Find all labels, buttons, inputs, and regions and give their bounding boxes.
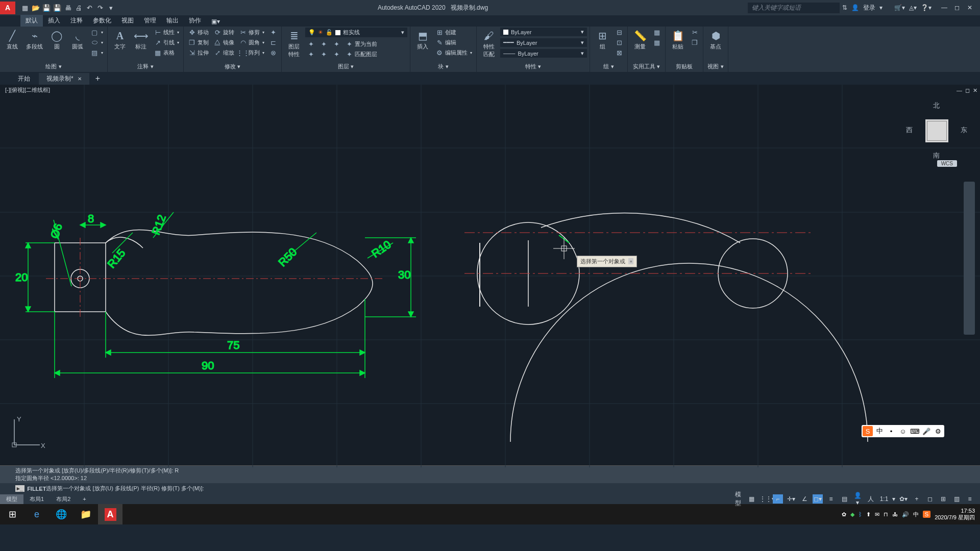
insert-block-button[interactable]: ⬒插入	[413, 28, 432, 52]
tray-volume-icon[interactable]: 🔊	[902, 511, 909, 518]
wcs-badge[interactable]: WCS	[937, 160, 957, 167]
ime-lang-button[interactable]: 中	[874, 426, 885, 436]
offset-icon[interactable]: ⊏	[267, 38, 279, 47]
ungroup-icon[interactable]: ⊟	[614, 28, 625, 37]
close-icon[interactable]: ✕	[78, 76, 82, 82]
tray-icon[interactable]: ⬆	[866, 511, 871, 518]
layer-dropdown[interactable]: 💡☀🔓粗实线▾	[305, 28, 407, 37]
layout-tab-add[interactable]: +	[77, 495, 92, 503]
arc-button[interactable]: ◟圆弧	[68, 28, 87, 52]
ime-widget[interactable]: S 中 • ☺ ⌨ 🎤 ⚙	[862, 425, 944, 437]
restore-button[interactable]: ◻	[952, 4, 962, 11]
create-block-button[interactable]: ⊞创建	[434, 28, 474, 37]
close-button[interactable]: ✕	[965, 4, 975, 11]
file-tab-start[interactable]: 开始	[10, 73, 38, 85]
ime-mic-icon[interactable]: 🎤	[921, 426, 932, 436]
cut-icon[interactable]: ✂	[689, 28, 700, 37]
navigation-bar[interactable]	[964, 182, 975, 335]
redo-icon[interactable]: ↷	[95, 3, 105, 12]
isolate-icon[interactable]: ◻	[925, 495, 935, 503]
vp-close-icon[interactable]: ✕	[973, 87, 977, 94]
tab-view[interactable]: 视图	[116, 15, 139, 27]
move-button[interactable]: ✥移动	[186, 28, 210, 37]
layer-tool-icon[interactable]: ✦	[305, 39, 316, 48]
explorer-icon[interactable]: 📁	[74, 504, 98, 524]
layer-props-button[interactable]: ≣图层 特性	[284, 28, 304, 59]
tab-collab[interactable]: 协作	[184, 15, 206, 27]
tray-network-icon[interactable]: 🖧	[892, 511, 898, 517]
tab-default[interactable]: 默认	[20, 15, 43, 27]
file-tab-current[interactable]: 视频录制*✕	[39, 73, 89, 85]
app-icon[interactable]: A	[0, 2, 15, 14]
plot-icon[interactable]: 🖶	[63, 3, 72, 12]
basepoint-button[interactable]: ⬢基点	[706, 28, 725, 52]
user-icon[interactable]: 👤	[851, 4, 859, 11]
transparency-icon[interactable]: ▤	[839, 495, 849, 503]
match-props-button[interactable]: 🖌特性 匹配	[479, 28, 499, 59]
viewport-label[interactable]: [-][俯视][二维线框]	[5, 86, 50, 94]
trim-button[interactable]: ✂修剪▾	[237, 28, 266, 37]
polyline-button[interactable]: ⌁多段线	[23, 28, 45, 52]
tray-icon[interactable]: ⊓	[884, 511, 888, 518]
minimize-button[interactable]: —	[939, 4, 949, 11]
app-switcher-icon[interactable]: ◬▾	[909, 4, 917, 11]
isodraft-icon[interactable]: ∠	[799, 495, 810, 503]
tab-parametric[interactable]: 参数化	[88, 15, 116, 27]
layout-tab-2[interactable]: 布局2	[50, 494, 77, 504]
tab-insert[interactable]: 插入	[43, 15, 65, 27]
stretch-button[interactable]: ⇲拉伸	[186, 48, 210, 57]
osnap-icon[interactable]: ◻▾	[813, 494, 823, 504]
help-icon[interactable]: ❔▾	[921, 4, 932, 11]
measure-button[interactable]: 📏测量	[630, 28, 650, 52]
group-button[interactable]: ⊞组	[593, 28, 612, 52]
group-sel-icon[interactable]: ⊠	[614, 48, 625, 57]
linear-dim-button[interactable]: ⊢线性▾	[152, 28, 181, 37]
customize-icon[interactable]: ≡	[965, 495, 975, 503]
grid-icon[interactable]: ▦	[746, 495, 756, 503]
gear-icon[interactable]: ✿▾	[898, 495, 909, 503]
array-button[interactable]: ⋮⋮阵列▾	[237, 48, 266, 57]
qat-dropdown-icon[interactable]: ▾	[106, 3, 115, 12]
fillet-button[interactable]: ◠圆角▾	[237, 38, 266, 47]
util-icon[interactable]: ▦	[651, 38, 663, 47]
lineweight-icon[interactable]: ≡	[826, 495, 836, 503]
taskbar-clock[interactable]: 17:53 2020/7/9 星期四	[935, 508, 975, 521]
layer-tool-icon[interactable]: ✦	[331, 49, 342, 59]
drawing-canvas[interactable]: [-][俯视][二维线框] — ◻ ✕	[0, 85, 980, 465]
ellipse-icon[interactable]: ⬭▾	[89, 38, 105, 47]
print-icon[interactable]: 🖨	[74, 3, 83, 12]
tab-more-icon[interactable]: ▣▾	[206, 16, 225, 27]
tab-manage[interactable]: 管理	[139, 15, 161, 27]
viewcube[interactable]: 北 南 西 东	[909, 105, 965, 156]
save-icon[interactable]: 💾	[42, 3, 51, 12]
tray-ime-icon[interactable]: 中	[913, 511, 919, 518]
vp-max-icon[interactable]: ◻	[965, 87, 970, 94]
copy-clip-icon[interactable]: ❐	[689, 38, 700, 47]
scale-button[interactable]: 1:1	[879, 495, 889, 503]
match-layer-button[interactable]: ✦匹配图层	[344, 49, 379, 59]
undo-icon[interactable]: ↶	[85, 3, 94, 12]
hatch-icon[interactable]: ▨▾	[89, 48, 105, 57]
layer-tool-icon[interactable]: ✦	[331, 39, 342, 48]
saveas-icon[interactable]: 💾	[53, 3, 62, 12]
lineweight-dropdown[interactable]: ━━━ByLayer▾	[500, 38, 587, 47]
vp-min-icon[interactable]: —	[957, 87, 962, 94]
add-tab-button[interactable]: +	[90, 72, 105, 85]
cart-icon[interactable]: 🛒▾	[894, 4, 905, 11]
connectivity-icon[interactable]: ⇅	[842, 4, 847, 11]
layer-tool-icon[interactable]: ✦	[318, 39, 329, 48]
polar-icon[interactable]: ✛▾	[786, 495, 796, 503]
ortho-icon[interactable]: ⌐	[773, 494, 783, 504]
tray-icon[interactable]: ✿	[842, 511, 846, 518]
login-button[interactable]: 登录	[863, 4, 875, 12]
tray-bluetooth-icon[interactable]: ᛒ	[859, 511, 862, 517]
rotate-button[interactable]: ⟳旋转	[212, 28, 236, 37]
help-search[interactable]: 键入关键字或短语	[748, 3, 840, 13]
rect-icon[interactable]: ▢▾	[89, 28, 105, 37]
edit-attr-button[interactable]: ⚙编辑属性▾	[434, 48, 474, 57]
tray-icon[interactable]: ✉	[875, 511, 879, 518]
tray-icon[interactable]: ◆	[850, 511, 854, 518]
ime-sogou-icon[interactable]: S	[863, 426, 873, 436]
color-dropdown[interactable]: ByLayer▾	[500, 28, 587, 36]
tab-annotate[interactable]: 注释	[65, 15, 88, 27]
